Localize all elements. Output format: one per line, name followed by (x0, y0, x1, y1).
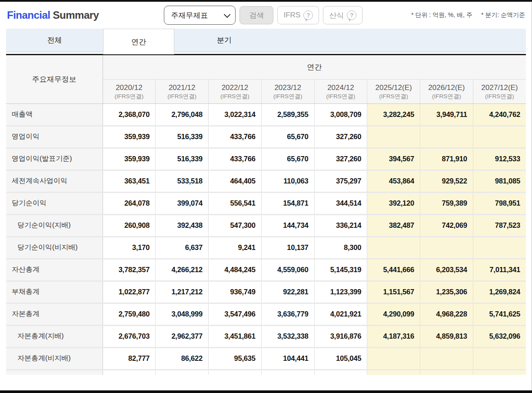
value-cell: 95,635 (209, 347, 262, 370)
table-row: 영업이익359,939516,339433,76665,670327,260 (6, 126, 526, 148)
value-cell: 5,632,096 (473, 325, 526, 347)
value-cell: 4,266,212 (156, 259, 209, 281)
value-cell: 7,011,341 (473, 259, 526, 281)
ifrs-help-button[interactable]: IFRS ? (277, 6, 319, 24)
column-standard: (IFRS연결) (473, 93, 526, 100)
row-label: 당기순이익 (6, 192, 103, 214)
value-cell (420, 370, 473, 375)
value-cell: 359,939 (103, 126, 156, 148)
value-cell: 1,151,567 (367, 281, 420, 303)
value-cell: 533,518 (156, 170, 209, 192)
row-label (6, 370, 103, 375)
row-label: 자본총계 (6, 303, 103, 325)
value-cell: 4,187,316 (367, 325, 420, 347)
column-standard: (IFRS연결) (315, 93, 367, 100)
column-period: 2026/12(E) (420, 83, 473, 92)
row-label: 자산총계 (6, 259, 103, 281)
value-cell: 2,589,355 (261, 103, 314, 126)
value-cell: 453,864 (367, 170, 420, 192)
value-cell: 382,487 (367, 214, 420, 236)
table-row: 매출액2,368,0702,796,0483,022,3142,589,3553… (6, 103, 526, 126)
value-cell: 433,766 (209, 126, 262, 148)
page-title-secondary: Summary (53, 9, 99, 21)
value-cell: 3,916,876 (314, 325, 367, 347)
column-standard: (IFRS연결) (156, 93, 208, 100)
value-cell: 399,074 (156, 192, 209, 214)
tab-annual[interactable]: 연간 (103, 29, 174, 54)
question-icon: ? (347, 10, 356, 20)
value-cell: 344,514 (314, 192, 367, 214)
value-cell: 871,910 (420, 148, 473, 170)
tab-all[interactable]: 전체 (6, 29, 103, 52)
value-cell: 922,281 (261, 281, 314, 303)
statement-select[interactable]: 주재무제표 (164, 6, 236, 25)
value-cell: 65,670 (261, 126, 314, 148)
table-row: 영업이익(발표기준)359,939516,339433,76665,670327… (6, 148, 526, 170)
value-cell: 363,451 (103, 170, 156, 192)
column-header: 2024/12(IFRS연결) (314, 79, 367, 103)
value-cell: 1,269,824 (473, 281, 526, 303)
value-cell: 433,766 (209, 148, 262, 170)
table-row: 자본총계2,759,4803,048,9993,547,4963,636,779… (6, 303, 526, 325)
value-cell (473, 347, 526, 370)
period-tabs: 전체 연간 분기 (6, 29, 526, 52)
formula-help-button[interactable]: 산식 ? (323, 6, 362, 24)
page-title: FinancialSummary (7, 9, 99, 21)
value-cell: 787,523 (473, 214, 526, 236)
group-header-annual: 연간 (103, 55, 526, 79)
value-cell: 516,339 (156, 148, 209, 170)
value-cell: 3,008,709 (314, 103, 367, 126)
value-cell: 5,741,625 (473, 303, 526, 325)
window-bottom-edge (0, 390, 532, 393)
value-cell: 759,389 (420, 192, 473, 214)
financial-table: 주요재무정보 연간 2020/12(IFRS연결)2021/12(IFRS연결)… (6, 55, 526, 375)
value-cell: 327,260 (314, 148, 367, 170)
value-cell (209, 370, 262, 375)
unit-notes: * 단위 : 억원, %, 배, 주 * 분기: 순액기준 (411, 11, 525, 19)
unit-note: * 단위 : 억원, %, 배, 주 (411, 11, 472, 19)
row-label: 부채총계 (6, 281, 103, 303)
column-standard: (IFRS연결) (209, 93, 261, 100)
search-button[interactable]: 검색 (239, 6, 273, 24)
value-cell: 6,637 (156, 236, 209, 259)
value-cell: 798,951 (473, 192, 526, 214)
page-title-primary: Financial (7, 9, 50, 21)
value-cell: 154,871 (261, 192, 314, 214)
value-cell (367, 347, 420, 370)
formula-help-label: 산식 (329, 10, 344, 20)
value-cell: 6,203,534 (420, 259, 473, 281)
row-label: 당기순이익(비지배) (6, 236, 103, 259)
value-cell: 3,547,496 (209, 303, 262, 325)
column-period: 2022/12 (209, 83, 261, 92)
value-cell: 464,405 (209, 170, 262, 192)
header-controls: 주재무제표 검색 IFRS ? 산식 ? (164, 6, 362, 25)
value-cell (420, 347, 473, 370)
column-header: 2026/12(E)(IFRS연결) (420, 79, 473, 103)
value-cell: 10,137 (261, 236, 314, 259)
value-cell: 4,021,921 (314, 303, 367, 325)
value-cell: 547,300 (209, 214, 262, 236)
value-cell: 742,069 (420, 214, 473, 236)
value-cell: 392,120 (367, 192, 420, 214)
column-header: 2022/12(IFRS연결) (209, 79, 262, 103)
value-cell: 3,636,779 (261, 303, 314, 325)
chevron-down-icon (224, 11, 231, 18)
column-period: 2027/12(E) (473, 83, 526, 92)
row-label: 매출액 (6, 103, 103, 126)
value-cell: 2,676,703 (103, 325, 156, 347)
column-header: 2020/12(IFRS연결) (103, 79, 156, 103)
value-cell: 375,297 (314, 170, 367, 192)
value-cell: 2,796,048 (156, 103, 209, 126)
value-cell: 359,939 (103, 148, 156, 170)
value-cell (314, 370, 367, 375)
value-cell: 2,962,377 (156, 325, 209, 347)
row-label: 당기순이익(지배) (6, 214, 103, 236)
value-cell: 5,145,319 (314, 259, 367, 281)
value-cell: 104,441 (261, 347, 314, 370)
value-cell: 3,022,314 (209, 103, 262, 126)
value-cell (367, 236, 420, 259)
tab-quarter[interactable]: 분기 (174, 29, 274, 52)
table-row: 당기순이익(지배)260,908392,438547,300144,734336… (6, 214, 526, 236)
value-cell: 516,339 (156, 126, 209, 148)
row-label: 자본총계(비지배) (6, 347, 103, 370)
